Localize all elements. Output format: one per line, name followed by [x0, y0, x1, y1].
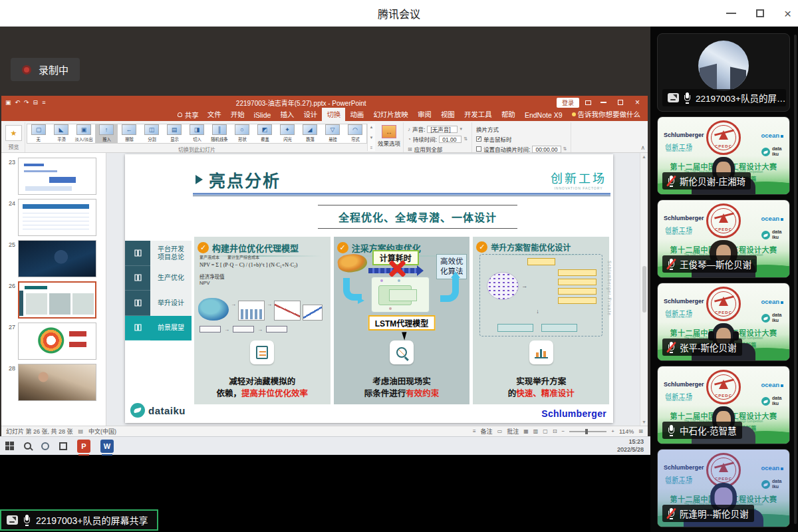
ppt-share-button[interactable]: 共享	[174, 108, 203, 121]
ribbon-display-icon[interactable]	[585, 100, 591, 105]
effect-options-icon[interactable]	[382, 125, 396, 138]
reading-view-icon[interactable]: ▢	[543, 428, 548, 434]
transition-option[interactable]: ▣ 淡入/淡出	[72, 124, 95, 143]
transition-option[interactable]: ◫ 分割	[140, 124, 163, 143]
current-slide[interactable]: 平台开发项目总论 生产优化	[125, 154, 613, 423]
qat-icon[interactable]: ▣	[5, 99, 11, 106]
slide-nav-item[interactable]: 生产优化	[125, 266, 192, 291]
participant-tile[interactable]: Schlumberger 创新工场INNOVATION FACTORY CPED…	[657, 116, 790, 195]
transition-option[interactable]: ← 擦除	[118, 124, 140, 143]
ribbon-tab[interactable]: 动画	[345, 108, 368, 121]
transition-option[interactable]: ║ 随机线条	[208, 124, 231, 143]
on-click-checkbox[interactable]	[476, 136, 481, 142]
powerpoint-taskbar-icon[interactable]: P	[77, 440, 90, 453]
qat-icon[interactable]: ⊟	[33, 99, 39, 106]
ribbon-tab[interactable]: 设计	[299, 108, 322, 121]
notes-toggle[interactable]: 备注	[481, 427, 493, 436]
slide-thumbnail[interactable]: 26	[1, 279, 106, 321]
dropdown-icon[interactable]: ▾	[460, 126, 462, 132]
slide-nav-item[interactable]: 前景展望	[125, 316, 192, 341]
start-button-icon[interactable]	[5, 442, 14, 450]
transition-option[interactable]: ▤ 显示	[163, 124, 186, 143]
slide-thumbnail[interactable]: 27	[1, 321, 106, 362]
ribbon-tab[interactable]: 告诉我你想要做什么	[567, 108, 646, 121]
word-taskbar-icon[interactable]: W	[100, 440, 114, 453]
quick-access-toolbar[interactable]: ▣↶↷⊟≡	[5, 99, 45, 106]
slide-nav-item[interactable]: 平台开发项目总论	[125, 241, 192, 266]
transition-option[interactable]: ○ 形状	[231, 124, 253, 143]
thumbnail-preview[interactable]	[18, 199, 96, 236]
ppt-close-icon[interactable]	[631, 98, 644, 107]
transition-option[interactable]: ✦ 闪光	[276, 124, 299, 143]
participant-tile[interactable]: Schlumberger 创新工场INNOVATION FACTORY CPED…	[657, 366, 790, 444]
slideshow-icon[interactable]: ⊡	[553, 428, 557, 434]
ppt-minimize-icon[interactable]	[600, 102, 606, 103]
comments-toggle[interactable]: 批注	[507, 427, 519, 436]
sorter-view-icon[interactable]: ▥	[533, 428, 539, 434]
thumbnail-preview[interactable]	[18, 158, 96, 195]
transition-option[interactable]: ◠ 帘式	[344, 124, 366, 143]
transition-option[interactable]: ◨ 切入	[186, 124, 208, 143]
participant-tile[interactable]: Schlumberger 创新工场INNOVATION FACTORY CPED…	[657, 283, 790, 361]
thumbnail-preview[interactable]	[18, 240, 96, 277]
transition-option[interactable]: ◩ 覆盖	[253, 124, 276, 143]
taskbar-search-icon[interactable]	[24, 442, 31, 450]
slide-thumbnail[interactable]: 24	[1, 197, 106, 238]
transition-option[interactable]: ◢ 跌落	[299, 124, 321, 143]
slide-thumbnail[interactable]: 28	[1, 362, 106, 403]
qat-icon[interactable]: ↷	[24, 99, 29, 106]
participant-tile[interactable]: Schlumberger 创新工场INNOVATION FACTORY CPED…	[657, 449, 790, 527]
ribbon-tab[interactable]: 帮助	[497, 108, 520, 121]
fit-slide-icon[interactable]: ⊞	[638, 428, 643, 434]
ribbon-tab[interactable]: iSlide	[249, 110, 276, 121]
normal-view-icon[interactable]: ▦	[523, 428, 529, 434]
minimize-icon[interactable]	[726, 13, 736, 14]
spinner-icon[interactable]: ⇅	[464, 136, 467, 142]
ribbon-tab[interactable]: EndNote X9	[520, 110, 567, 121]
transition-option[interactable]: ↑ 推入	[95, 124, 118, 143]
zoom-slider[interactable]	[569, 431, 606, 432]
thumbnail-preview[interactable]	[18, 323, 96, 360]
qat-icon[interactable]: ↶	[15, 99, 21, 106]
cortana-icon[interactable]	[41, 442, 49, 450]
ribbon-tab[interactable]: 幻灯片放映	[368, 108, 413, 121]
transition-option[interactable]: ▢ 无	[27, 124, 50, 143]
auto-advance-input[interactable]: 00:00.00	[532, 146, 561, 153]
slide-scrollbar[interactable]: ▲▼	[640, 153, 648, 426]
spinner-icon[interactable]: ⇅	[563, 146, 567, 152]
maximize-icon[interactable]	[756, 9, 764, 17]
close-icon[interactable]	[784, 7, 791, 20]
zoom-level[interactable]: 114%	[619, 428, 634, 435]
duration-input[interactable]: 01.00	[439, 136, 462, 143]
transition-option[interactable]: ▽ 悬挂	[321, 124, 344, 143]
auto-advance-checkbox[interactable]	[476, 146, 481, 152]
thumbnail-preview[interactable]	[18, 281, 96, 319]
ribbon-tab[interactable]: 插入	[275, 108, 299, 121]
ribbon-tab[interactable]: 审阅	[413, 108, 436, 121]
preview-icon[interactable]	[5, 125, 22, 141]
recording-indicator[interactable]: 录制中	[11, 58, 80, 81]
participant-tile[interactable]: Schlumberger 创新工场INNOVATION FACTORY CPED…	[657, 33, 790, 112]
ppt-login-button[interactable]: 登录	[557, 98, 579, 108]
proofing-icon[interactable]: ▤	[78, 428, 84, 434]
screen-share-banner[interactable]: 22197003+队员的屏幕共享	[0, 509, 158, 531]
sound-select[interactable]: [无声音]	[427, 126, 458, 133]
ribbon-tab[interactable]: 开发工具	[460, 108, 497, 121]
qat-icon[interactable]: ≡	[42, 99, 45, 106]
participant-tile[interactable]: Schlumberger 创新工场INNOVATION FACTORY CPED…	[657, 200, 790, 278]
task-view-icon[interactable]	[59, 442, 67, 450]
zoom-out-icon[interactable]: −	[562, 428, 565, 434]
taskbar-clock[interactable]: 15:23 2022/5/28	[617, 438, 645, 454]
slide-thumbnail[interactable]: 25	[1, 238, 106, 279]
ribbon-tab[interactable]: 切换	[322, 108, 345, 121]
ppt-maximize-icon[interactable]	[618, 100, 623, 105]
gallery-scrollbar[interactable]: ▲▼≡	[367, 124, 375, 151]
thumbnail-preview[interactable]	[18, 364, 96, 401]
language-indicator[interactable]: 中文(中国)	[88, 427, 116, 436]
ribbon-tab[interactable]: 文件	[203, 108, 226, 121]
effect-options-label[interactable]: 效果选项	[378, 139, 400, 147]
slide-nav-item[interactable]: 举升设计	[125, 291, 192, 316]
ribbon-tab[interactable]: 视图	[436, 108, 460, 121]
zoom-in-icon[interactable]: +	[611, 428, 614, 434]
transition-option[interactable]: ◣ 平滑	[50, 124, 72, 143]
